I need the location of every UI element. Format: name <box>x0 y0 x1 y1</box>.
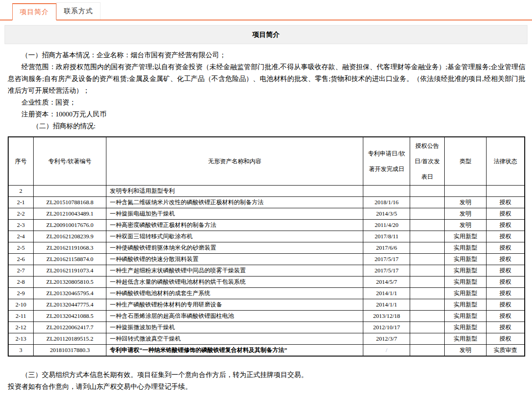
paragraph: 投资者如有合作意向，请到山东产权交易中心办理登记手续。 <box>8 381 525 392</box>
table-cell-patent-no: ZL201320447775.4 <box>33 299 106 311</box>
table-cell-apply-date: 2014/5/7 <box>363 276 410 288</box>
table-row: 3201810317880.3专利申请权“一种纳米锆酸锂修饰的磷酸铁锂复合材料及… <box>8 345 525 356</box>
table-cell-type: 实用新型 <box>444 254 486 265</box>
table-cell-status: 授权 <box>487 254 525 265</box>
table-cell-no: 2-4 <box>8 231 33 242</box>
table-cell-patent-no: ZL201320465795.4 <box>33 288 106 299</box>
table-cell-apply-date: 2017/5/17 <box>363 254 410 265</box>
table-cell-patent-no: ZL201621158874.0 <box>33 254 106 265</box>
paragraph: 经营范围：政府授权范围内的国有资产管理;以自有资金投资（未经金融监管部门批准,不… <box>8 61 525 96</box>
table-cell-type: 发明 <box>444 208 486 220</box>
table-row: 2-6ZL201621158874.0一种磷酸铁锂的快速分散混料装置2017/5… <box>8 254 525 265</box>
table-cell-name: 一种含石墨烯涂层的超高倍率磷酸铁锂圆柱电池 <box>106 311 363 322</box>
table-row: 2-9ZL201320465795.4一种磷酸铁锂电池材料的成套生产系统2014… <box>8 288 525 299</box>
table-cell-apply-date: 2014/1/1 <box>363 299 410 311</box>
table-row: 2发明专利和适用新型专利 <box>8 186 525 197</box>
table-cell-patent-no: ZL201120189515.2 <box>33 333 106 345</box>
table-cell-apply-date: 2017/6/6 <box>363 242 410 254</box>
table-cell-publish-date <box>410 345 444 356</box>
table-cell-type <box>444 186 486 197</box>
table-row: 2-10ZL201320447775.4一种生产磷酸铁锂粉体材料的专用研磨设备2… <box>8 299 525 311</box>
table-cell-name: 一种旋振微波加热干燥机 <box>106 322 363 333</box>
table-cell-no: 2-13 <box>8 333 33 345</box>
table-cell-status: 授权 <box>487 208 525 220</box>
table-cell-type: 实用新型 <box>444 322 486 333</box>
tab-bar: 项目简介 联系方式 <box>0 2 532 20</box>
table-cell-no: 2-5 <box>8 242 33 254</box>
table-header-cell: 授权公告日/首次发表日 <box>410 137 444 186</box>
table-cell-publish-date <box>410 186 444 197</box>
table-cell-no: 2-2 <box>8 208 33 220</box>
table-cell-name: 一种高密度磷酸铁锂正极材料的制备方法 <box>106 220 363 231</box>
table-cell-status: 授权 <box>487 322 525 333</box>
table-cell-status: 授权 <box>487 299 525 311</box>
table-cell-no: 2-7 <box>8 265 33 276</box>
table-header-cell: 专利申请日/软著开发完成日 <box>363 137 410 186</box>
table-cell-type: 发明 <box>444 345 486 356</box>
patent-table-head: 序号专利号/软著编号无形资产名称和内容专利申请日/软著开发完成日授权公告日/首次… <box>8 137 525 186</box>
table-cell-no: 2-8 <box>8 276 33 288</box>
table-cell-no: 2-1 <box>8 197 33 208</box>
table-cell-status: 授权 <box>487 231 525 242</box>
table-cell-publish-date <box>410 220 444 231</box>
table-cell-name: 一种磷酸铁锂的快速分散混料装置 <box>106 254 363 265</box>
table-cell-type: 实用新型 <box>444 265 486 276</box>
table-cell-patent-no: ZL200910017676.0 <box>33 220 106 231</box>
table-cell-status <box>487 186 525 197</box>
table-cell-no: 2-3 <box>8 220 33 231</box>
table-row: 2-5ZL201621191068.3一种使磷酸铁锂前驱体纳米化的砂磨装置201… <box>8 242 525 254</box>
table-cell-patent-no: ZL201621191073.4 <box>33 265 106 276</box>
table-cell-name: 发明专利和适用新型专利 <box>106 186 363 197</box>
table-cell-status: 授权 <box>487 197 525 208</box>
intro-paragraphs: （一）招商方基本情况：企业名称：烟台市国有资产经营有限公司；经营范围：政府授权范… <box>8 49 525 132</box>
table-cell-patent-no <box>33 186 106 197</box>
table-header-cell: 法律状态 <box>487 137 525 186</box>
table-cell-publish-date <box>410 197 444 208</box>
table-cell-status: 授权 <box>487 242 525 254</box>
table-cell-type: 实用新型 <box>444 231 486 242</box>
table-cell-name: 一种双面三辊转移式间歇涂布机 <box>106 231 363 242</box>
table-cell-no: 2-11 <box>8 311 33 322</box>
tab-project-intro[interactable]: 项目简介 <box>12 3 56 20</box>
table-cell-patent-no: ZL201510788168.8 <box>33 197 106 208</box>
patent-table-body: 2发明专利和适用新型专利2-1ZL201510788168.8一种含氮二维碳纳米… <box>8 186 525 356</box>
table-cell-apply-date: 2012/3/7 <box>363 333 410 345</box>
table-cell-patent-no: ZL201320421088.5 <box>33 311 106 322</box>
table-cell-publish-date <box>410 208 444 220</box>
table-row: 2-3ZL200910017676.0一种高密度磷酸铁锂正极材料的制备方法201… <box>8 220 525 231</box>
table-cell-apply-date: 2012/10/17 <box>363 322 410 333</box>
table-cell-apply-date: 2013/12/18 <box>363 311 410 322</box>
table-cell-type: 实用新型 <box>444 276 486 288</box>
table-cell-status: 授权 <box>487 333 525 345</box>
table-cell-patent-no: 201810317880.3 <box>33 345 106 356</box>
table-cell-patent-no: ZL201220062417.7 <box>33 322 106 333</box>
table-cell-name: 一种磷酸铁锂电池材料的成套生产系统 <box>106 288 363 299</box>
table-cell-patent-no: ZL201621208239.9 <box>33 231 106 242</box>
table-cell-apply-date: 2011/4/20 <box>363 220 410 231</box>
table-cell-status: 授权 <box>487 276 525 288</box>
table-header-cell: 专利号/软著编号 <box>33 137 106 186</box>
table-row: 2-12ZL201220062417.7一种旋振微波加热干燥机2012/10/1… <box>8 322 525 333</box>
table-cell-patent-no: ZL201320805810.5 <box>33 276 106 288</box>
table-cell-no: 2 <box>8 186 33 197</box>
table-cell-name: 一种生产超细粉末状磷酸铁锂中间品的喷雾干燥装置 <box>106 265 363 276</box>
table-cell-no: 2-12 <box>8 322 33 333</box>
table-header-cell: 序号 <box>8 137 33 186</box>
tab-contact-info[interactable]: 联系方式 <box>56 2 100 20</box>
patent-table: 序号专利号/软著编号无形资产名称和内容专利申请日/软著开发完成日授权公告日/首次… <box>8 136 525 357</box>
table-cell-apply-date <box>363 186 410 197</box>
table-cell-type: 实用新型 <box>444 242 486 254</box>
paragraph: （三）交易组织方式本信息长期有效。项目征集到一个意向合作方后，转为正式挂牌项目交… <box>8 369 525 381</box>
footer-paragraphs: （三）交易组织方式本信息长期有效。项目征集到一个意向合作方后，转为正式挂牌项目交… <box>8 369 525 392</box>
table-cell-publish-date <box>410 311 444 322</box>
table-cell-publish-date <box>410 231 444 242</box>
page: 项目简介 联系方式 项目简介 （一）招商方基本情况：企业名称：烟台市国有资产经营… <box>0 2 532 402</box>
table-cell-no: 2-6 <box>8 254 33 265</box>
table-cell-apply-date: 2014/3/5 <box>363 208 410 220</box>
section-header: 项目简介 <box>5 25 527 44</box>
table-cell-name: 一种超低含水量的磷酸铁锂电池材料的烘干包装系统 <box>106 276 363 288</box>
table-cell-name: 一种回转式微波真空干燥机 <box>106 333 363 345</box>
table-cell-type: 实用新型 <box>444 288 486 299</box>
table-cell-status: 授权 <box>487 311 525 322</box>
section-title: 项目简介 <box>252 31 280 38</box>
